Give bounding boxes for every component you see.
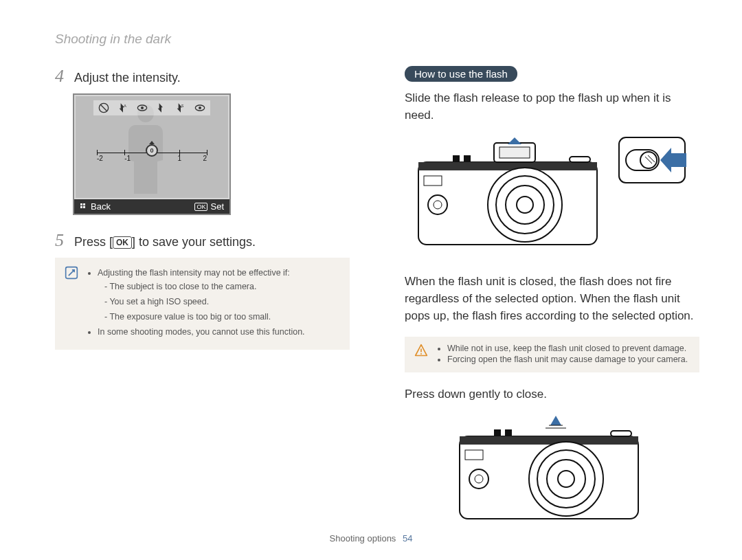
back-label: Back [91,201,111,212]
note-icon [65,266,78,280]
set-label: Set [210,201,224,212]
camera-body-icon [453,416,652,533]
svg-rect-10 [80,206,82,208]
step-number: 5 [55,230,67,251]
svg-point-44 [475,475,483,483]
section-pill: How to use the flash [405,66,517,82]
breadcrumb: Shooting in the dark [55,32,699,47]
warning-bullet: Forcing open the flash unit may cause da… [447,355,688,364]
svg-text:A: A [124,104,126,108]
flash-slow-icon: S [175,102,187,114]
svg-point-41 [558,471,574,487]
note-bullet: Adjusting the flash intensity may not be… [98,266,305,324]
back-nav-icon [80,203,88,211]
ok-badge-icon: OK [194,203,207,211]
svg-point-23 [434,201,442,209]
warning-box: While not in use, keep the flash unit cl… [405,337,699,372]
ok-key-icon: OK [113,236,132,249]
svg-rect-35 [460,436,638,445]
warning-bullet: While not in use, keep the flash unit cl… [447,344,688,353]
svg-point-4 [141,107,144,109]
svg-rect-42 [465,450,483,460]
svg-rect-21 [424,176,442,186]
svg-point-7 [199,107,201,109]
svg-point-33 [420,353,422,355]
scale-label: 2 [203,155,207,162]
flash-off-icon [98,102,110,114]
flash-mode-icon-row: A S [93,100,210,115]
svg-rect-25 [464,155,471,162]
camera-flash-close-illustration [405,416,699,533]
flash-auto-icon: A [117,102,129,114]
scale-label: 1 [178,155,182,162]
svg-rect-46 [505,429,512,436]
scale-label: -2 [97,155,103,162]
flash-release-switch-icon [618,136,693,198]
scale-label: -1 [124,155,131,162]
page-number: 54 [403,533,412,544]
redeye-icon [136,102,148,114]
svg-rect-9 [83,203,85,205]
intensity-cursor: 0 [146,144,158,157]
note-sub-bullet: The exposure value is too big or too sma… [104,310,305,324]
lcd-status-bar: Back OK Set [74,199,229,214]
camera-flash-open-illustration [405,136,699,260]
paragraph: When the flash unit is closed, the flash… [405,273,699,324]
note-bullet: In some shooting modes, you cannot use t… [98,325,305,339]
svg-rect-45 [494,429,501,436]
svg-rect-11 [83,206,85,208]
svg-rect-24 [453,155,460,162]
page-footer: Shooting options 54 [0,533,742,544]
step-text: Press [OK] to save your settings. [74,235,256,249]
left-column: 4 Adjust the intensity. A S [55,66,350,546]
intensity-scale: 0 -2 -1 0 1 2 [97,144,207,162]
note-sub-bullet: The subject is too close to the camera. [104,280,305,293]
svg-line-1 [100,104,106,111]
svg-rect-8 [80,203,82,205]
paragraph: Press down gently to close. [405,386,699,403]
svg-point-20 [517,197,533,213]
flash-fill-icon [155,102,168,114]
svg-rect-14 [418,162,597,170]
step-text: Adjust the intensity. [74,71,181,85]
svg-rect-16 [499,147,530,158]
redeye-fix-icon [194,102,206,114]
footer-section: Shooting options [330,533,396,544]
svg-rect-26 [570,157,590,162]
camera-lcd-illustration: A S 0 -2 [73,93,231,215]
step-4: 4 Adjust the intensity. [55,66,350,87]
svg-text:S: S [181,104,184,108]
svg-rect-47 [611,431,631,436]
step-number: 4 [55,66,67,87]
step-5: 5 Press [OK] to save your settings. [55,230,350,251]
right-column: How to use the flash Slide the flash rel… [405,66,699,546]
note-sub-bullet: You set a high ISO speed. [104,295,305,309]
warning-icon [414,344,428,357]
camera-body-icon [412,136,611,260]
note-box: Adjusting the flash intensity may not be… [55,258,350,350]
paragraph: Slide the flash release to pop the flash… [405,90,699,124]
